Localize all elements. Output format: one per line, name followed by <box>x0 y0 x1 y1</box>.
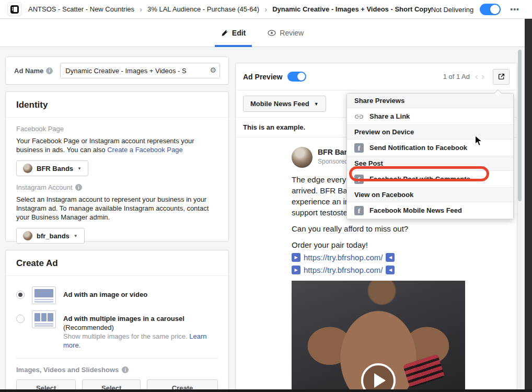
media-section-label-text: Images, Videos and Slideshows <box>16 366 119 374</box>
facebook-page-selector-label: BFR Bands <box>37 165 73 172</box>
post-url-line: ▶ https://try.bfrshop.com/ ◀ <box>292 252 459 263</box>
ad-video-thumbnail[interactable] <box>292 281 465 390</box>
facebook-icon: f <box>354 175 364 184</box>
play-forward-icon: ▶ <box>292 253 300 262</box>
facebook-page-label-text: Facebook Page <box>16 125 64 133</box>
instagram-account-label-text: Instagram Account <box>16 183 73 191</box>
single-image-icon <box>32 286 56 304</box>
post-url-line: ▶ https://try.bfrshop.com/ ◀ <box>292 264 459 275</box>
gear-icon[interactable]: ⚙ <box>210 66 216 74</box>
breadcrumb-campaign[interactable]: ANTSOS - Scatter - New Countries <box>28 5 134 13</box>
format-selector-label: Mobile News Feed <box>250 100 309 108</box>
pager-prev-next-icons[interactable]: ‹› <box>475 71 488 82</box>
more-options-icon[interactable]: ••• <box>510 5 519 14</box>
radio-carousel[interactable] <box>16 315 25 323</box>
option-single-media-text: Ad with an image or video <box>63 291 147 298</box>
info-icon[interactable]: i <box>75 184 82 191</box>
identity-body: Facebook Page Your Facebook Page or Inst… <box>6 118 228 258</box>
bfr-band-graphic <box>403 354 445 388</box>
chevron-right-icon: › <box>264 5 267 14</box>
top-bar: ANTSOS - Scatter - New Countries › 3% LA… <box>0 0 532 19</box>
instagram-account-selector[interactable]: bfr_bands ▼ <box>16 228 85 244</box>
breadcrumb-adset[interactable]: 3% LAL Audience - Purchase (45-64) <box>147 5 259 13</box>
option-carousel-text: Ad with multiple images in a carousel <box>63 315 184 322</box>
ad-active-toggle[interactable] <box>480 4 501 15</box>
ads-manager-edit-screen: ANTSOS - Scatter - New Countries › 3% LA… <box>0 0 532 392</box>
link-icon <box>354 113 364 120</box>
identity-card: Identity Facebook Page Your Facebook Pag… <box>5 91 229 241</box>
option-carousel-row: Ad with multiple images in a carousel (R… <box>16 307 218 353</box>
scrollbar-thumb[interactable] <box>518 50 522 201</box>
window-edge-bottom <box>0 389 532 392</box>
pencil-icon <box>221 29 228 37</box>
menu-item-send-notification[interactable]: f Send Notification to Facebook <box>347 140 513 156</box>
instagram-account-label: Instagram Account i <box>16 183 218 191</box>
ad-name-label-text: Ad Name <box>14 67 43 75</box>
post-link[interactable]: https://try.bfrshop.com/ <box>304 264 383 275</box>
tab-edit[interactable]: Edit <box>215 19 252 47</box>
tab-review[interactable]: Review <box>261 19 310 47</box>
external-share-icon <box>498 73 505 80</box>
ad-name-input-wrap: ⚙ <box>60 63 220 78</box>
ad-preview-toggle[interactable] <box>287 72 306 82</box>
divider <box>16 358 218 359</box>
breadcrumb: ANTSOS - Scatter - New Countries › 3% LA… <box>28 5 431 14</box>
chevron-down-icon: ▼ <box>74 234 78 238</box>
breadcrumb-ad[interactable]: Dynamic Creative - Images + Videos - Sho… <box>272 5 431 13</box>
play-forward-icon: ▶ <box>292 266 300 274</box>
eye-icon <box>268 30 276 36</box>
tab-edit-label: Edit <box>232 29 246 37</box>
option-single-media-label: Ad with an image or video <box>63 286 147 299</box>
format-selector[interactable]: Mobile News Feed ▼ <box>243 96 326 112</box>
instagram-description: Select an Instagram account to represent… <box>16 195 218 222</box>
menu-item-label: Facebook Mobile News Feed <box>369 206 462 214</box>
carousel-icon <box>32 310 56 328</box>
post-sponsored-label: Sponsored <box>318 158 349 165</box>
ad-name-label: Ad Name i <box>14 67 53 75</box>
ad-name-card: Ad Name i ⚙ <box>5 56 229 85</box>
post-page-name[interactable]: BFR Ban <box>318 147 349 156</box>
post-question: Can you really afford to miss out? <box>292 223 459 234</box>
facebook-page-selector[interactable]: BFR Bands ▼ <box>16 160 88 176</box>
play-icon <box>374 373 386 388</box>
post-cta: Order your pair today! <box>292 239 459 250</box>
media-section-label: Images, Videos and Slideshows i <box>16 366 218 374</box>
tab-review-label: Review <box>280 29 304 37</box>
identity-title: Identity <box>6 92 228 118</box>
menu-section-view-on-facebook: View on Facebook <box>347 188 513 202</box>
facebook-icon: f <box>354 143 364 153</box>
menu-item-label: Send Notification to Facebook <box>369 144 467 152</box>
menu-section-share-previews: Share Previews <box>347 94 513 108</box>
campaign-icon <box>10 5 19 14</box>
ad-name-input[interactable] <box>60 63 220 78</box>
menu-item-facebook-post-with-comments[interactable]: f Facebook Post with Comments <box>347 171 513 188</box>
tab-bar: Edit Review <box>0 19 525 47</box>
menu-section-see-post: See Post <box>347 156 513 171</box>
chevron-down-icon: ▼ <box>314 101 319 107</box>
info-icon[interactable]: i <box>122 366 129 373</box>
video-play-button[interactable] <box>361 363 396 390</box>
chevron-down-icon: ▼ <box>77 166 82 171</box>
chevron-right-icon: › <box>140 5 142 14</box>
create-facebook-page-link[interactable]: Create a Facebook Page <box>107 146 183 154</box>
radio-single-media[interactable] <box>16 291 25 299</box>
ad-preview-title: Ad Preview <box>243 73 282 81</box>
share-preview-button[interactable] <box>493 69 510 85</box>
page-avatar <box>23 164 32 173</box>
page-avatar[interactable] <box>292 147 313 168</box>
info-icon[interactable]: i <box>46 67 53 74</box>
window-edge-right <box>525 19 532 392</box>
instagram-avatar <box>23 231 32 240</box>
option-carousel-desc: Show multiple images for the same price. <box>63 332 189 340</box>
post-header-text: BFR Ban Sponsored <box>318 147 349 165</box>
option-carousel-label: Ad with multiple images in a carousel (R… <box>63 310 218 350</box>
post-link[interactable]: https://try.bfrshop.com/ <box>304 252 383 263</box>
option-single-media-row: Ad with an image or video <box>16 283 218 307</box>
delivery-status: Not Delivering <box>431 6 474 14</box>
ads-manager-logo[interactable] <box>7 3 22 16</box>
facebook-icon: f <box>354 206 364 215</box>
menu-item-facebook-mobile-news-feed[interactable]: f Facebook Mobile News Feed <box>347 202 513 219</box>
ad-preview-header-right: 1 of 1 Ad ‹› <box>443 69 510 85</box>
menu-item-share-a-link[interactable]: Share a Link <box>347 108 513 125</box>
create-ad-body: Ad with an image or video Ad with multip… <box>6 276 228 392</box>
